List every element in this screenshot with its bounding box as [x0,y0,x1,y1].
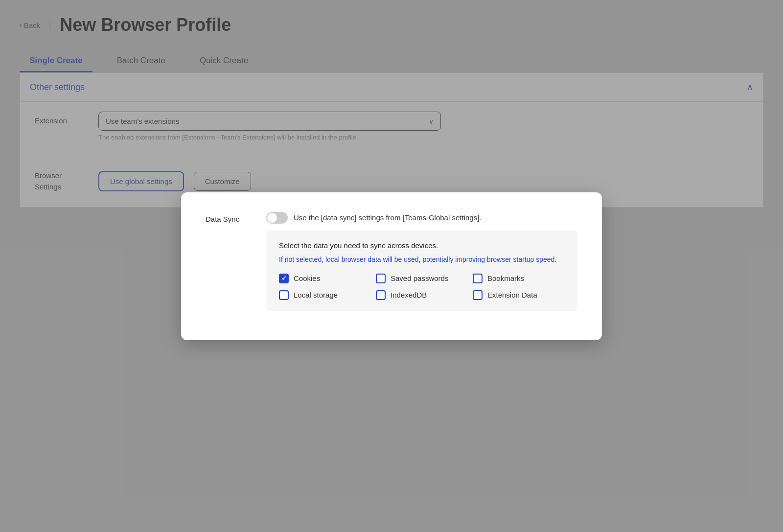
checkbox-cookies-label: Cookies [294,274,320,282]
sync-panel: Select the data you need to sync across … [266,231,577,311]
checkbox-extension-data[interactable] [473,290,483,300]
checkbox-cookies[interactable] [279,274,289,283]
checkbox-bookmarks-label: Bookmarks [487,274,524,282]
modal-overlay: Data Sync Use the [data sync] settings f… [0,0,783,532]
data-sync-toggle[interactable] [266,212,288,224]
checkbox-item-indexeddb: IndexedDB [376,290,468,300]
checkbox-saved-passwords[interactable] [376,274,386,283]
data-sync-field-row: Data Sync Use the [data sync] settings f… [206,212,577,311]
data-sync-toggle-row: Use the [data sync] settings from [Teams… [266,212,577,224]
checkbox-bookmarks[interactable] [473,274,483,283]
checkbox-indexeddb[interactable] [376,290,386,300]
checkbox-indexeddb-label: IndexedDB [391,291,427,299]
checkbox-item-saved-passwords: Saved passwords [376,274,468,283]
toggle-knob [267,213,277,223]
data-sync-label: Data Sync [206,212,254,223]
data-sync-content: Use the [data sync] settings from [Teams… [266,212,577,311]
checkbox-extension-data-label: Extension Data [487,291,537,299]
checkbox-grid: Cookies Saved passwords Bookmarks [279,274,565,300]
checkbox-item-extension-data: Extension Data [473,290,565,300]
data-sync-toggle-text: Use the [data sync] settings from [Teams… [294,213,482,222]
checkbox-item-bookmarks: Bookmarks [473,274,565,283]
checkbox-saved-passwords-label: Saved passwords [391,274,448,282]
checkbox-item-local-storage: Local storage [279,290,371,300]
sync-panel-title: Select the data you need to sync across … [279,241,565,250]
checkbox-local-storage[interactable] [279,290,289,300]
data-sync-modal: Data Sync Use the [data sync] settings f… [181,192,602,340]
checkbox-item-cookies: Cookies [279,274,371,283]
sync-panel-hint: If not selected, local browser data will… [279,254,565,265]
checkbox-local-storage-label: Local storage [294,291,338,299]
